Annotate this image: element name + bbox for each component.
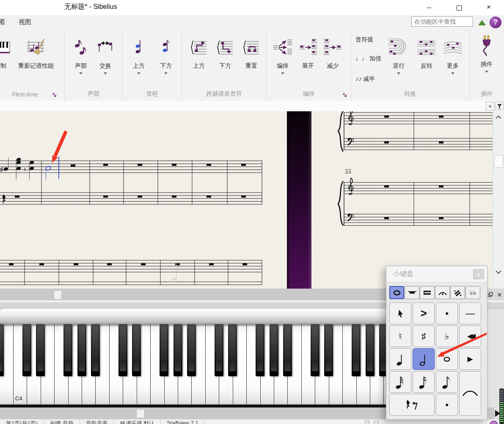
flexitime-dialog-launcher[interactable] (52, 92, 58, 98)
key-sharp[interactable]: ♯ (413, 325, 435, 347)
key-accent[interactable]: > (413, 303, 435, 324)
status-item[interactable]: 移调乐谱 默认 (114, 419, 161, 424)
key-whole-note[interactable] (436, 348, 458, 370)
ribbon-tab-partial[interactable]: 看 (0, 17, 8, 28)
minimize-button[interactable]: ─ (419, 0, 439, 14)
ribbon-search-input[interactable] (411, 17, 473, 27)
cross-staff-reset-button[interactable]: 重置 (240, 34, 262, 70)
piano-key-black[interactable] (270, 324, 278, 376)
status-mini-icon[interactable] (365, 421, 369, 424)
piano-key-black[interactable] (132, 324, 141, 376)
swap-button[interactable]: 交换 (94, 34, 116, 76)
key-16th-note[interactable] (413, 371, 435, 393)
renotate-performance-button[interactable]: 重新记谱性能 (11, 34, 61, 70)
double-note-values-button[interactable]: ♩♩加倍 (355, 55, 381, 63)
piano-key-black[interactable] (256, 324, 264, 376)
scroll-down-icon[interactable] (495, 269, 502, 274)
close-panel-icon[interactable] (497, 292, 502, 297)
keypad-titlebar[interactable]: 小键盘 × (386, 266, 487, 282)
cross-staff-below-button[interactable]: 下方 (214, 34, 236, 70)
piano-key-black[interactable] (36, 324, 45, 376)
key-8th-note[interactable] (436, 371, 458, 393)
bass-clef (347, 214, 354, 221)
voice-button[interactable]: 声部 (70, 34, 92, 76)
keypad-close-button[interactable]: × (473, 269, 484, 279)
tab-beams-tremolos[interactable] (420, 286, 435, 299)
invert-button[interactable]: 反转 (415, 34, 438, 70)
add-tab-button[interactable]: + (486, 102, 494, 110)
scroll-up-icon[interactable] (495, 114, 502, 119)
key-rhythm-dot[interactable]: • (436, 394, 458, 416)
piano-key-black[interactable] (283, 324, 292, 376)
interval-below-button[interactable]: 下方 (155, 34, 177, 76)
piano-key-black[interactable] (160, 324, 168, 376)
piano-key-black[interactable] (77, 324, 86, 376)
piano-key-black[interactable] (118, 324, 127, 376)
tab-more-notes[interactable] (405, 286, 419, 299)
key-tenuto[interactable]: — (459, 303, 481, 324)
piano-key-black[interactable] (228, 324, 237, 376)
arrange-dialog-launcher[interactable] (342, 92, 348, 98)
tab-accidentals[interactable]: ♭♭ (465, 286, 480, 299)
record-button-partial[interactable]: 制 (0, 34, 12, 70)
piano-key-black[interactable] (366, 324, 375, 376)
key-rest[interactable] (389, 394, 435, 416)
status-mini-icon[interactable] (374, 421, 379, 424)
window-title: 无标题* - Sibelius (64, 3, 117, 11)
piano-key-black[interactable] (187, 324, 196, 376)
ribbon-tab-view[interactable]: 视图 (16, 17, 34, 28)
score-vertical-scrollbar[interactable] (493, 111, 504, 289)
scroll-thumb[interactable] (54, 290, 62, 300)
piano-key-black[interactable] (91, 324, 100, 376)
key-tie[interactable] (459, 371, 481, 416)
piano-key-black[interactable] (63, 324, 72, 376)
key-half-note[interactable] (413, 348, 435, 370)
whole-rests[interactable] (9, 263, 247, 265)
tab-jazz-articulations[interactable] (450, 286, 465, 299)
help-button[interactable]: ? (490, 17, 501, 28)
retrograde-button[interactable]: 逆行 (387, 34, 410, 76)
key-32nd-note[interactable] (389, 371, 411, 393)
piano-key-black[interactable] (311, 324, 319, 376)
status-item[interactable]: 音阶音高 (80, 419, 114, 424)
scroll-thumb[interactable] (136, 409, 145, 418)
keypad-title: 小键盘 (393, 270, 413, 278)
key-mouse-pointer[interactable] (389, 303, 411, 324)
close-button[interactable]: × (479, 0, 498, 14)
float-panel-icon[interactable] (488, 292, 493, 297)
halve-note-values-button[interactable]: ♪♪减半 (355, 75, 375, 83)
dot-icon: • (445, 399, 449, 410)
tab-articulations[interactable] (435, 286, 450, 299)
tab-common-notes[interactable] (389, 286, 404, 299)
staccato-icon: • (445, 308, 449, 319)
search-go-icon[interactable] (478, 20, 486, 25)
piano-key-black[interactable] (0, 324, 4, 376)
tab-filter-button[interactable] (495, 102, 504, 110)
whole-note-icon (392, 289, 402, 296)
cross-staff-above-button[interactable]: 上方 (188, 34, 210, 70)
status-item[interactable]: 创建 音符 (44, 419, 80, 424)
key-quarter-note[interactable] (389, 348, 411, 370)
key-rewind[interactable]: ◀◀ (459, 325, 481, 347)
chord-notes[interactable]: ♯ ♮ (0, 157, 34, 179)
piano-key-black[interactable] (22, 324, 31, 376)
reduce-button[interactable]: 减少 (321, 34, 344, 70)
arrange-button[interactable]: 编排 (271, 34, 295, 76)
fermata-icon (438, 289, 448, 296)
plugins-button[interactable]: 插件 (476, 33, 498, 74)
piano-key-black[interactable] (215, 324, 223, 376)
interval-above-button[interactable]: 上方 (128, 34, 150, 76)
piano-key-black[interactable] (352, 324, 361, 376)
level-fader[interactable] (499, 388, 504, 424)
piano-key-black[interactable] (324, 324, 333, 376)
more-transform-button[interactable]: 更多 (441, 34, 465, 76)
key-flat[interactable]: ♭ (436, 325, 458, 347)
key-play[interactable]: ▶ (459, 348, 481, 370)
restore-button[interactable] (449, 0, 469, 14)
piano-key-black[interactable] (174, 324, 182, 376)
plug-icon (481, 35, 493, 57)
key-staccato[interactable]: • (436, 303, 458, 324)
scroll-thumb[interactable] (494, 155, 503, 168)
key-natural[interactable]: ♮ (389, 325, 411, 347)
explode-button[interactable]: 展开 (297, 34, 319, 70)
